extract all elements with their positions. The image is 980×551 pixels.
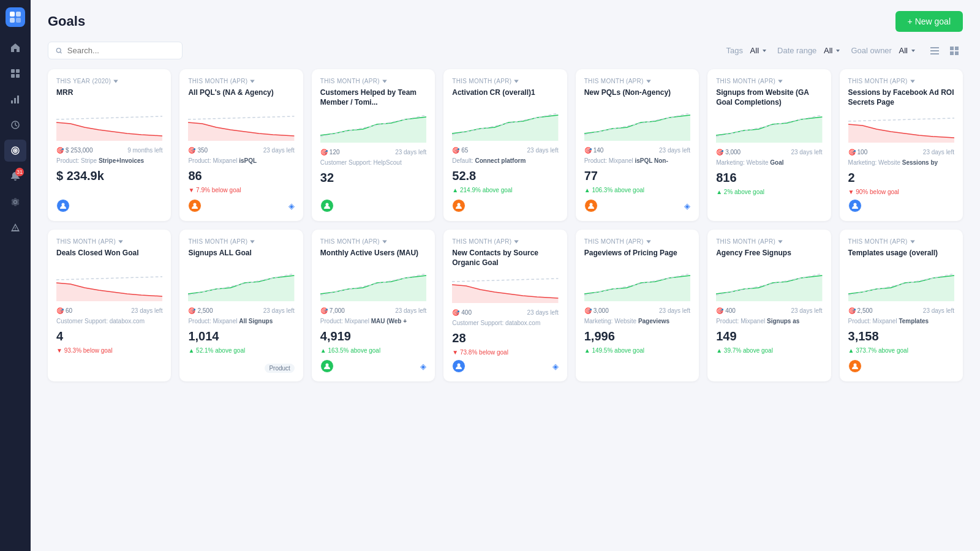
svg-point-14 — [15, 150, 16, 151]
goal-card[interactable]: THIS YEAR (2020) MRR 🎯 $ 253,000 9 month… — [48, 69, 171, 221]
svg-rect-3 — [16, 18, 21, 23]
card-period: THIS MONTH (APR) — [848, 238, 954, 245]
connect-icon[interactable]: ◈ — [684, 201, 690, 211]
header: Goals + New goal — [31, 0, 980, 39]
connect-icon[interactable]: ◈ — [552, 362, 559, 371]
card-actions: ◈ — [420, 361, 426, 372]
svg-point-25 — [325, 203, 328, 206]
card-chart — [188, 271, 294, 301]
notification-badge: 31 — [15, 168, 24, 176]
connect-icon[interactable]: ◈ — [288, 201, 295, 211]
tag-pill: Product — [265, 364, 294, 373]
sidebar-item-dashboard[interactable] — [4, 62, 26, 84]
goal-card[interactable]: THIS MONTH (APR) Customers Helped by Tea… — [312, 69, 435, 221]
card-days: 9 months left — [127, 147, 162, 154]
svg-point-27 — [589, 203, 592, 206]
sidebar-item-reports[interactable] — [4, 88, 26, 110]
logo[interactable] — [6, 7, 25, 27]
goal-card[interactable]: THIS MONTH (APR) New PQLs (Non-Agency) 🎯… — [576, 69, 699, 221]
sidebar-item-alerts[interactable] — [4, 217, 26, 239]
avatar-group — [188, 199, 202, 212]
sidebar: 31 — [0, 0, 31, 551]
sidebar-item-metrics[interactable] — [4, 114, 26, 136]
avatar — [452, 199, 466, 212]
card-days: 23 days left — [527, 147, 559, 154]
goal-card[interactable]: THIS MONTH (APR) All PQL's (NA & Agency)… — [179, 69, 303, 221]
avatar — [188, 199, 202, 212]
svg-point-31 — [853, 364, 856, 367]
sidebar-item-goals[interactable] — [4, 140, 26, 162]
avatar — [584, 199, 598, 212]
card-value: 149 — [716, 329, 822, 343]
card-source: Marketing: Website Sessions by — [848, 159, 954, 166]
card-value: 3,158 — [848, 329, 954, 343]
connect-icon[interactable]: ◈ — [420, 362, 426, 371]
chevron-icon — [777, 78, 783, 84]
card-period: THIS MONTH (APR) — [56, 238, 162, 245]
new-goal-button[interactable]: + New goal — [895, 11, 963, 32]
grid-view-button[interactable] — [946, 42, 963, 59]
card-chart — [452, 272, 558, 303]
avatar — [56, 199, 70, 212]
card-title: Deals Closed Won Goal — [56, 249, 162, 266]
card-value: $ 234.9k — [56, 169, 162, 183]
goals-grid: THIS YEAR (2020) MRR 🎯 $ 253,000 9 month… — [31, 67, 980, 551]
card-target-value: 400 — [461, 309, 472, 316]
search-input[interactable] — [67, 46, 175, 55]
card-meta: 🎯 400 23 days left — [716, 307, 822, 314]
card-delta: ▲ 149.5% above goal — [584, 347, 690, 354]
chevron-icon — [113, 78, 119, 84]
goal-card[interactable]: THIS MONTH (APR) Templates usage (overal… — [840, 230, 963, 381]
goal-card[interactable]: THIS MONTH (APR) Monthly Active Users (M… — [312, 230, 435, 381]
card-delta: ▲ 2% above goal — [716, 189, 822, 195]
card-source: Customer Support: HelpScout — [320, 159, 426, 166]
goal-card[interactable]: THIS MONTH (APR) Sessions by Facebook Ad… — [840, 69, 963, 221]
sidebar-item-notifications[interactable]: 31 — [4, 165, 26, 187]
goal-owner-filter[interactable]: Goal owner All — [851, 46, 916, 55]
svg-point-30 — [458, 364, 461, 367]
card-value: 816 — [716, 171, 822, 185]
date-range-filter[interactable]: Date range All — [777, 46, 841, 55]
card-period: THIS MONTH (APR) — [188, 238, 294, 245]
list-view-button[interactable] — [926, 42, 943, 59]
goal-card[interactable]: THIS MONTH (APR) Activation CR (overall)… — [443, 69, 567, 221]
avatar-group — [452, 199, 466, 212]
search-box[interactable] — [48, 42, 183, 59]
goal-card[interactable]: THIS MONTH (APR) Signups from Website (G… — [707, 69, 831, 221]
card-target: 🎯 3,000 — [716, 149, 741, 156]
card-chart — [584, 110, 690, 141]
card-target: 🎯 400 — [716, 307, 736, 314]
card-target: 🎯 350 — [188, 147, 208, 154]
svg-rect-2 — [10, 18, 15, 23]
goal-card[interactable]: THIS MONTH (APR) Pageviews of Pricing Pa… — [576, 230, 699, 381]
svg-point-23 — [62, 203, 65, 206]
goal-card[interactable]: THIS MONTH (APR) Signups ALL Goal 🎯 2,50… — [179, 230, 303, 381]
card-value: 32 — [320, 171, 426, 185]
card-days: 23 days left — [263, 307, 295, 314]
card-chart — [320, 112, 426, 143]
tags-filter[interactable]: Tags All — [726, 46, 767, 55]
goal-card[interactable]: THIS MONTH (APR) Deals Closed Won Goal 🎯… — [48, 230, 171, 381]
svg-rect-10 — [17, 96, 19, 103]
card-title: Activation CR (overall)1 — [452, 88, 558, 105]
card-value: 1,014 — [188, 329, 294, 343]
chevron-icon — [646, 78, 652, 84]
avatar — [320, 199, 334, 212]
svg-point-26 — [458, 203, 461, 206]
svg-point-28 — [853, 203, 856, 206]
card-footer: ◈ — [320, 359, 426, 373]
card-title: MRR — [56, 88, 162, 105]
goal-card[interactable]: THIS MONTH (APR) Agency Free Signups 🎯 4… — [707, 230, 831, 381]
sidebar-item-home[interactable] — [4, 37, 26, 59]
avatar-group — [320, 359, 334, 373]
chevron-icon — [646, 239, 652, 245]
view-toggle — [926, 42, 963, 59]
sidebar-item-settings[interactable] — [4, 191, 26, 213]
card-value: 77 — [584, 169, 690, 183]
card-meta: 🎯 2,500 23 days left — [188, 307, 294, 314]
avatar-group — [56, 199, 70, 212]
card-source: Customer Support: databox.com — [452, 320, 558, 326]
card-days: 23 days left — [791, 307, 822, 314]
goal-card[interactable]: THIS MONTH (APR) New Contacts by Source … — [443, 230, 567, 381]
card-meta: 🎯 120 23 days left — [320, 149, 426, 156]
